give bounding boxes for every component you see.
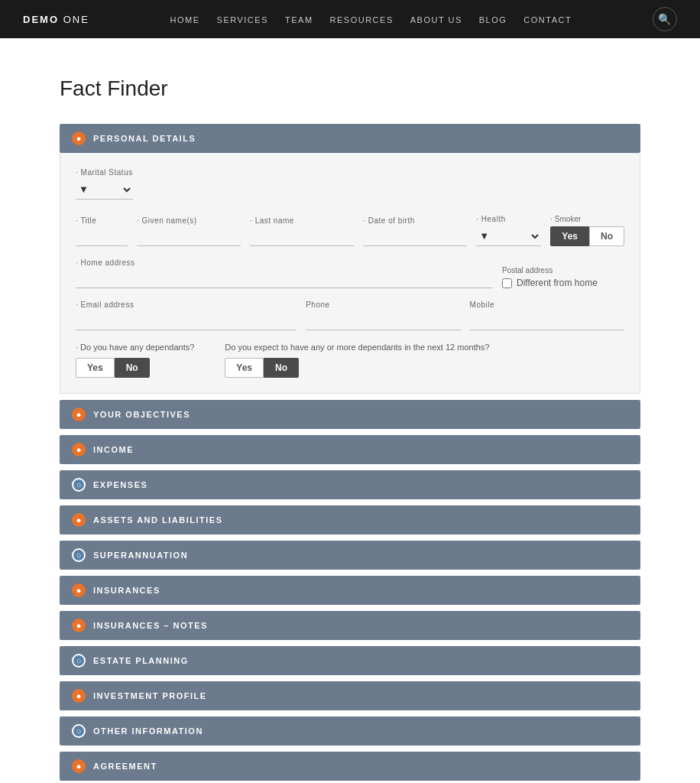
- section-personal-details: ● PERSONAL DETAILS · Marital Status ▼ Si…: [60, 124, 640, 394]
- home-address-input[interactable]: [76, 270, 493, 288]
- last-name-input[interactable]: [250, 228, 354, 246]
- section-label-insurances-notes: INSURANCES – NOTES: [93, 621, 208, 630]
- section-insurances-notes: ● INSURANCES – NOTES: [60, 611, 640, 640]
- dependants-yes-button-1[interactable]: Yes: [76, 358, 115, 378]
- last-name-label: · Last name: [250, 216, 354, 225]
- section-label-estate: ESTATE PLANNING: [93, 656, 189, 665]
- smoker-yes-button[interactable]: Yes: [550, 226, 589, 246]
- search-icon: 🔍: [658, 13, 671, 25]
- section-icon-assets: ●: [72, 513, 86, 527]
- personal-details-body: · Marital Status ▼ Single Married De Fac…: [60, 153, 640, 394]
- postal-different-checkbox[interactable]: [502, 278, 512, 288]
- mobile-label: Mobile: [470, 301, 624, 309]
- health-group: · Health ▼ Excellent Good Fair Poor: [476, 215, 541, 246]
- section-expenses: ○ EXPENSES: [60, 470, 640, 499]
- dependants-yes-button-2[interactable]: Yes: [225, 358, 264, 378]
- section-icon-investment: ●: [72, 689, 86, 703]
- given-names-input[interactable]: [137, 228, 241, 246]
- smoker-no-button[interactable]: No: [589, 226, 624, 246]
- health-select[interactable]: ▼ Excellent Good Fair Poor: [476, 226, 541, 246]
- marital-status-select[interactable]: ▼ Single Married De Facto Divorced Widow…: [76, 180, 133, 200]
- dependants-question-2: Do you expect to have any or more depend…: [225, 343, 489, 352]
- mobile-input[interactable]: [470, 312, 624, 330]
- name-row: · Title · Given name(s) · Last name · Da…: [76, 215, 624, 246]
- section-superannuation: ○ SUPERANNUATION: [60, 541, 640, 570]
- given-names-label: · Given name(s): [137, 216, 241, 225]
- section-header-income[interactable]: ● INCOME: [60, 435, 640, 464]
- section-assets-liabilities: ● ASSETS AND LIABILITIES: [60, 505, 640, 534]
- marital-status-label: · Marital Status: [76, 168, 133, 177]
- section-header-other[interactable]: ○ OTHER INFORMATION: [60, 716, 640, 746]
- dependants-yes-no-1: Yes No: [76, 358, 194, 378]
- postal-checkbox-row: Different from home: [502, 278, 598, 288]
- section-header-agreement[interactable]: ● AGREEMENT: [60, 752, 640, 781]
- section-label-insurances: INSURANCES: [93, 586, 160, 595]
- email-input[interactable]: [76, 312, 297, 330]
- section-icon-insurances-notes: ●: [72, 619, 86, 632]
- section-icon-objectives: ●: [72, 408, 86, 421]
- nav-contact[interactable]: CONTACT: [523, 15, 572, 24]
- section-icon-estate: ○: [72, 654, 86, 668]
- mobile-group: Mobile: [470, 301, 624, 330]
- section-icon-insurances: ●: [72, 583, 86, 597]
- dob-input[interactable]: [363, 228, 467, 246]
- section-label-objectives: YOUR OBJECTIVES: [93, 410, 190, 419]
- section-label-expenses: EXPENSES: [93, 480, 147, 489]
- postal-group: Postal address Different from home: [502, 266, 624, 288]
- nav-about[interactable]: ABOUT US: [410, 15, 462, 24]
- section-insurances: ● INSURANCES: [60, 576, 640, 605]
- section-header-assets[interactable]: ● ASSETS AND LIABILITIES: [60, 505, 640, 534]
- dob-label: · Date of birth: [363, 216, 467, 225]
- page-content: Fact Finder ● PERSONAL DETAILS · Marital…: [37, 38, 663, 783]
- section-investment-profile: ● INVESTMENT PROFILE: [60, 681, 640, 710]
- dependants-question-1: · Do you have any dependants?: [76, 343, 194, 352]
- navbar: DEMO ONE HOME SERVICES TEAM RESOURCES AB…: [0, 0, 700, 38]
- section-icon-agreement: ●: [72, 759, 86, 773]
- section-header-personal[interactable]: ● PERSONAL DETAILS: [60, 124, 640, 153]
- smoker-label: · Smoker: [550, 215, 624, 223]
- email-group: · Email address: [76, 301, 297, 330]
- section-estate-planning: ○ ESTATE PLANNING: [60, 646, 640, 675]
- nav-team[interactable]: TEAM: [285, 15, 313, 24]
- section-icon-personal: ●: [72, 132, 86, 145]
- dob-group: · Date of birth: [363, 216, 467, 246]
- section-agreement: ● AGREEMENT: [60, 752, 640, 781]
- nav-services[interactable]: SERVICES: [217, 15, 268, 24]
- section-header-expenses[interactable]: ○ EXPENSES: [60, 470, 640, 499]
- last-name-group: · Last name: [250, 216, 354, 246]
- postal-address-label: Postal address: [502, 266, 553, 275]
- nav-links: HOME SERVICES TEAM RESOURCES ABOUT US BL…: [170, 14, 572, 25]
- section-header-objectives[interactable]: ● YOUR OBJECTIVES: [60, 400, 640, 429]
- section-income: ● INCOME: [60, 435, 640, 464]
- address-row: · Home address Postal address Different …: [76, 258, 624, 288]
- dependants-group-1: · Do you have any dependants? Yes No: [76, 343, 194, 378]
- marital-status-group: · Marital Status ▼ Single Married De Fac…: [76, 168, 133, 200]
- phone-input[interactable]: [306, 312, 460, 330]
- nav-home[interactable]: HOME: [170, 15, 200, 24]
- section-header-investment[interactable]: ● INVESTMENT PROFILE: [60, 681, 640, 710]
- section-icon-income: ●: [72, 443, 86, 456]
- nav-blog[interactable]: BLOG: [479, 15, 507, 24]
- dependants-no-button-2[interactable]: No: [264, 358, 299, 378]
- section-label-investment: INVESTMENT PROFILE: [93, 691, 207, 700]
- nav-resources[interactable]: RESOURCES: [330, 15, 394, 24]
- section-header-insurances[interactable]: ● INSURANCES: [60, 576, 640, 605]
- postal-different-label: Different from home: [517, 278, 598, 288]
- brand-logo: DEMO ONE: [23, 14, 89, 25]
- section-label-other: OTHER INFORMATION: [93, 726, 203, 736]
- email-label: · Email address: [76, 301, 297, 309]
- home-address-group: · Home address: [76, 258, 493, 288]
- section-header-insurances-notes[interactable]: ● INSURANCES – NOTES: [60, 611, 640, 640]
- section-icon-other: ○: [72, 724, 86, 738]
- contact-row: · Email address Phone Mobile: [76, 301, 624, 330]
- title-input[interactable]: [76, 228, 128, 246]
- section-your-objectives: ● YOUR OBJECTIVES: [60, 400, 640, 429]
- dependants-no-button-1[interactable]: No: [115, 358, 150, 378]
- brand-one: ONE: [63, 14, 89, 25]
- search-button[interactable]: 🔍: [653, 7, 677, 31]
- section-header-estate[interactable]: ○ ESTATE PLANNING: [60, 646, 640, 675]
- smoker-yes-no: Yes No: [550, 226, 624, 246]
- dependants-row: · Do you have any dependants? Yes No Do …: [76, 343, 624, 378]
- section-label-agreement: AGREEMENT: [93, 762, 157, 771]
- section-header-super[interactable]: ○ SUPERANNUATION: [60, 541, 640, 570]
